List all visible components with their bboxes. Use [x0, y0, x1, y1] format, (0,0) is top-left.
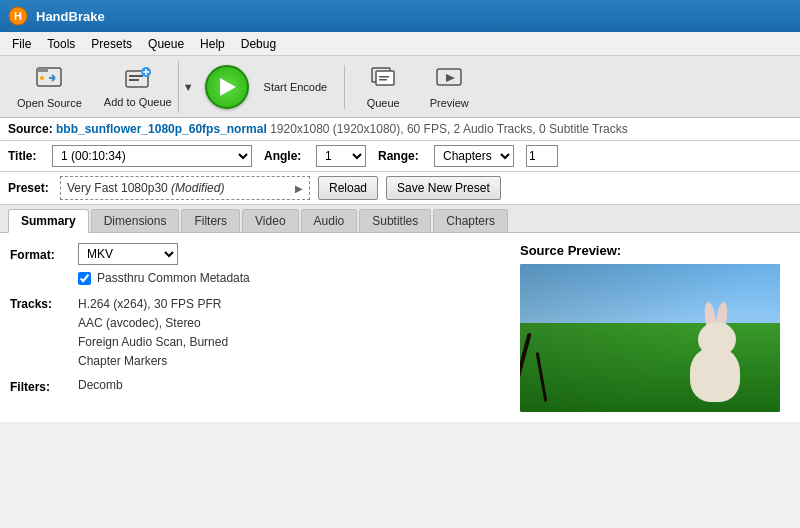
svg-rect-17	[379, 79, 387, 81]
angle-select[interactable]: 1	[316, 145, 366, 167]
add-to-queue-icon	[124, 65, 152, 93]
add-to-queue-dropdown[interactable]: ▼	[178, 61, 198, 113]
menu-help[interactable]: Help	[192, 35, 233, 53]
svg-rect-3	[37, 68, 48, 72]
menu-presets[interactable]: Presets	[83, 35, 140, 53]
svg-rect-9	[129, 75, 143, 77]
app-logo: H	[8, 6, 28, 26]
source-meta: 1920x1080 (1920x1080), 60 FPS, 2 Audio T…	[270, 122, 628, 136]
left-panel: Format: MKV Passthru Common Metadata Tra…	[10, 243, 508, 412]
queue-icon	[369, 64, 397, 94]
format-select[interactable]: MKV	[78, 243, 178, 265]
filters-label: Filters:	[10, 378, 70, 394]
save-new-preset-button[interactable]: Save New Preset	[386, 176, 501, 200]
tab-video[interactable]: Video	[242, 209, 298, 232]
tab-filters[interactable]: Filters	[181, 209, 240, 232]
title-select[interactable]: 1 (00:10:34)	[52, 145, 252, 167]
preview-label: Preview	[430, 97, 469, 109]
tab-audio[interactable]: Audio	[301, 209, 358, 232]
svg-rect-10	[129, 79, 139, 81]
start-encode-label-btn[interactable]: Start Encode	[255, 60, 337, 114]
app-title: HandBrake	[36, 9, 105, 24]
add-to-queue-label: Add to Queue	[104, 96, 172, 108]
title-row: Title: 1 (00:10:34) Angle: 1 Range: Chap…	[0, 141, 800, 172]
scene-overlay	[520, 264, 780, 412]
toolbar-separator	[344, 65, 345, 109]
metadata-checkbox[interactable]	[78, 272, 91, 285]
track-4: Chapter Markers	[78, 352, 228, 370]
start-encode-label: Start Encode	[264, 81, 328, 93]
track-1: H.264 (x264), 30 FPS PFR	[78, 295, 228, 313]
preview-icon	[435, 64, 463, 94]
tab-subtitles[interactable]: Subtitles	[359, 209, 431, 232]
menu-file[interactable]: File	[4, 35, 39, 53]
svg-marker-19	[446, 74, 455, 82]
preview-label: Source Preview:	[520, 243, 790, 258]
svg-rect-16	[379, 76, 389, 78]
source-filename: bbb_sunflower_1080p_60fps_normal	[56, 122, 267, 136]
toolbar: Open Source Add to Queue ▼ Start Encode	[0, 56, 800, 118]
preset-dropdown-icon: ▶	[295, 183, 303, 194]
queue-label: Queue	[367, 97, 400, 109]
range-label: Range:	[378, 149, 422, 163]
tab-chapters[interactable]: Chapters	[433, 209, 508, 232]
metadata-label: Passthru Common Metadata	[97, 271, 250, 285]
source-label: Source:	[8, 122, 53, 136]
main-content: Format: MKV Passthru Common Metadata Tra…	[0, 233, 800, 422]
queue-button[interactable]: Queue	[353, 60, 413, 114]
format-row: Format: MKV	[10, 243, 508, 265]
preset-row: Preset: Very Fast 1080p30 (Modified) ▶ R…	[0, 172, 800, 205]
tabs-bar: Summary Dimensions Filters Video Audio S…	[0, 205, 800, 233]
range-select[interactable]: Chapters	[434, 145, 514, 167]
tracks-row: Tracks: H.264 (x264), 30 FPS PFR AAC (av…	[10, 295, 508, 370]
svg-point-7	[40, 76, 44, 80]
svg-text:H: H	[14, 10, 22, 22]
preset-selector[interactable]: Very Fast 1080p30 (Modified) ▶	[60, 176, 310, 200]
menu-debug[interactable]: Debug	[233, 35, 284, 53]
track-2: AAC (avcodec), Stereo	[78, 314, 228, 332]
right-panel: Source Preview:	[520, 243, 790, 412]
tab-dimensions[interactable]: Dimensions	[91, 209, 180, 232]
preview-button[interactable]: Preview	[419, 60, 479, 114]
open-source-button[interactable]: Open Source	[8, 60, 91, 114]
preset-label: Preset:	[8, 181, 52, 195]
tracks-label: Tracks:	[10, 295, 70, 311]
open-source-label: Open Source	[17, 97, 82, 109]
reload-button[interactable]: Reload	[318, 176, 378, 200]
track-3: Foreign Audio Scan, Burned	[78, 333, 228, 351]
svg-rect-15	[376, 71, 394, 85]
tracks-list: H.264 (x264), 30 FPS PFR AAC (avcodec), …	[78, 295, 228, 370]
start-encode-button[interactable]	[205, 65, 249, 109]
source-preview-image	[520, 264, 780, 412]
add-to-queue-button[interactable]: Add to Queue ▼	[97, 60, 199, 114]
title-label: Title:	[8, 149, 40, 163]
menu-queue[interactable]: Queue	[140, 35, 192, 53]
tab-summary[interactable]: Summary	[8, 209, 89, 233]
menu-bar: File Tools Presets Queue Help Debug	[0, 32, 800, 56]
title-bar: H HandBrake	[0, 0, 800, 32]
play-icon	[220, 78, 236, 96]
preset-name: Very Fast 1080p30 (Modified)	[67, 181, 224, 195]
open-source-icon	[35, 64, 63, 94]
filters-row: Filters: Decomb	[10, 378, 508, 394]
source-bar: Source: bbb_sunflower_1080p_60fps_normal…	[0, 118, 800, 141]
menu-tools[interactable]: Tools	[39, 35, 83, 53]
angle-label: Angle:	[264, 149, 304, 163]
metadata-row: Passthru Common Metadata	[78, 271, 508, 285]
filters-value: Decomb	[78, 378, 123, 392]
range-start[interactable]	[526, 145, 558, 167]
format-label: Format:	[10, 246, 70, 262]
